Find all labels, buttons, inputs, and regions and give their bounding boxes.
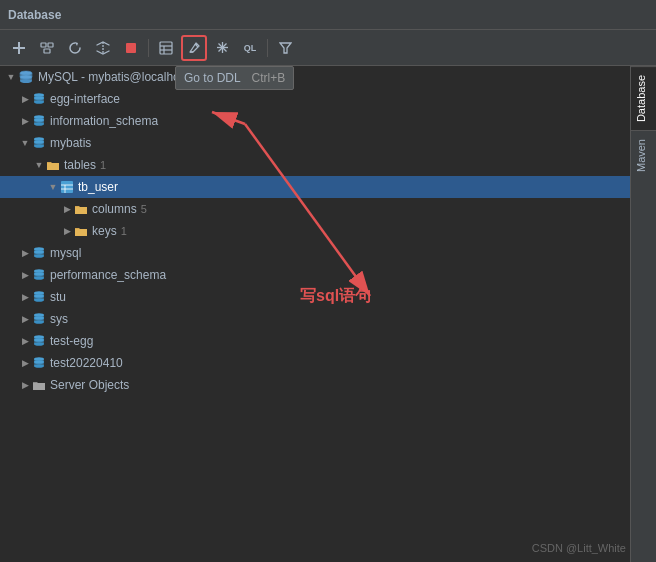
- svg-rect-7: [160, 42, 172, 54]
- db-icon-info-schema: [32, 114, 46, 128]
- svg-point-24: [34, 100, 44, 104]
- svg-point-48: [34, 298, 44, 302]
- svg-rect-3: [48, 43, 53, 47]
- db-icon-mybatis: [32, 136, 46, 150]
- svg-point-25: [34, 96, 44, 100]
- db-icon-test-egg: [32, 334, 46, 348]
- chevron-stu: [18, 290, 32, 304]
- query-button[interactable]: QL: [237, 35, 263, 61]
- ddl-button[interactable]: [181, 35, 207, 61]
- tree-item-mybatis[interactable]: mybatis: [0, 132, 630, 154]
- folder-icon-keys: [74, 225, 88, 237]
- svg-point-28: [34, 122, 44, 126]
- svg-point-49: [34, 294, 44, 298]
- chevron-mybatis: [18, 136, 32, 150]
- tree-item-tb-user[interactable]: tb_user: [0, 176, 630, 198]
- toolbar-sep-1: [148, 39, 149, 57]
- right-sidebar: Database Maven: [630, 66, 656, 562]
- db-icon-sys: [32, 312, 46, 326]
- ddl-tooltip: Go to DDL Ctrl+B: [175, 66, 294, 90]
- toolbar: QL Go to DDL Ctrl+B: [0, 30, 656, 66]
- svg-point-57: [34, 338, 44, 342]
- keys-count: 1: [121, 225, 127, 237]
- chevron-tb-user: [46, 180, 60, 194]
- tree-item-mysql[interactable]: mysql: [0, 242, 630, 264]
- svg-point-40: [34, 254, 44, 258]
- sync-button[interactable]: [90, 35, 116, 61]
- table-button[interactable]: [153, 35, 179, 61]
- chevron-tables: [32, 158, 46, 172]
- sidebar-tab-database[interactable]: Database: [631, 66, 656, 130]
- keys-label: keys: [92, 224, 117, 238]
- chevron-test-egg: [18, 334, 32, 348]
- tree-item-keys[interactable]: keys 1: [0, 220, 630, 242]
- svg-point-56: [34, 342, 44, 346]
- info-schema-label: information_schema: [50, 114, 158, 128]
- db-icon-egg-interface: [32, 92, 46, 106]
- svg-rect-4: [44, 49, 50, 53]
- header-title: Database: [8, 8, 61, 22]
- tree-item-columns[interactable]: columns 5: [0, 198, 630, 220]
- tree-item-information-schema[interactable]: information_schema: [0, 110, 630, 132]
- db-icon-test20220410: [32, 356, 46, 370]
- svg-marker-17: [280, 43, 291, 53]
- folder-icon-tables: [46, 159, 60, 171]
- add-button[interactable]: [6, 35, 32, 61]
- svg-rect-1: [13, 47, 25, 49]
- svg-rect-34: [61, 181, 73, 193]
- tree-item-mysql-root[interactable]: MySQL - mybatis@localho...: [0, 66, 630, 88]
- chevron-perf-schema: [18, 268, 32, 282]
- edit-button[interactable]: [209, 35, 235, 61]
- db-icon-mysql: [32, 246, 46, 260]
- test-egg-label: test-egg: [50, 334, 93, 348]
- perf-schema-label: performance_schema: [50, 268, 166, 282]
- db-icon-perf-schema: [32, 268, 46, 282]
- toolbar-sep-2: [267, 39, 268, 57]
- chevron-keys: [60, 224, 74, 238]
- tree-item-server-objects[interactable]: Server Objects: [0, 374, 630, 396]
- svg-point-52: [34, 320, 44, 324]
- tree-item-tables[interactable]: tables 1: [0, 154, 630, 176]
- tree-item-perf-schema[interactable]: performance_schema: [0, 264, 630, 286]
- tree-item-test20220410[interactable]: test20220410: [0, 352, 630, 374]
- chevron-egg-interface: [18, 92, 32, 106]
- svg-point-44: [34, 276, 44, 280]
- refresh-button[interactable]: [62, 35, 88, 61]
- mysql-label: mysql: [50, 246, 81, 260]
- tree-item-egg-interface[interactable]: egg-interface: [0, 88, 630, 110]
- chevron-mysql: [18, 246, 32, 260]
- tree-item-test-egg[interactable]: test-egg: [0, 330, 630, 352]
- table-icon-tb-user: [60, 180, 74, 194]
- server-objects-label: Server Objects: [50, 378, 129, 392]
- svg-point-32: [34, 144, 44, 148]
- watermark: CSDN @Litt_White: [532, 542, 626, 554]
- svg-point-20: [20, 79, 32, 83]
- folder-icon-server-objects: [32, 379, 46, 391]
- mysql-icon: [18, 69, 34, 85]
- columns-count: 5: [141, 203, 147, 215]
- filter-button[interactable]: [272, 35, 298, 61]
- svg-point-61: [34, 360, 44, 364]
- chevron-server-objects: [18, 378, 32, 392]
- folder-icon-columns: [74, 203, 88, 215]
- svg-rect-6: [126, 43, 136, 53]
- tree-item-sys[interactable]: sys: [0, 308, 630, 330]
- svg-point-41: [34, 250, 44, 254]
- tree-panel: MySQL - mybatis@localho... egg-interface…: [0, 66, 630, 562]
- svg-point-53: [34, 316, 44, 320]
- svg-point-33: [34, 140, 44, 144]
- schema-button[interactable]: [34, 35, 60, 61]
- stop-button[interactable]: [118, 35, 144, 61]
- chevron-columns: [60, 202, 74, 216]
- db-icon-stu: [32, 290, 46, 304]
- query-label: QL: [244, 43, 257, 53]
- svg-point-29: [34, 118, 44, 122]
- svg-point-60: [34, 364, 44, 368]
- chevron-test20220410: [18, 356, 32, 370]
- sidebar-tab-maven[interactable]: Maven: [631, 130, 656, 180]
- tables-label: tables: [64, 158, 96, 172]
- tree-item-stu[interactable]: stu: [0, 286, 630, 308]
- svg-rect-2: [41, 43, 46, 47]
- chevron-info-schema: [18, 114, 32, 128]
- tables-count: 1: [100, 159, 106, 171]
